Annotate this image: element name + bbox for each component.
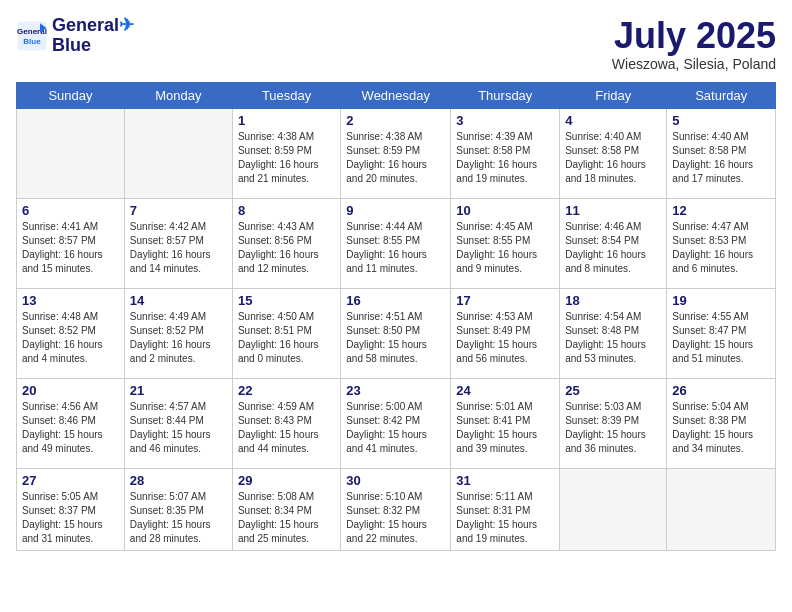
calendar-day-cell: 24Sunrise: 5:01 AM Sunset: 8:41 PM Dayli…	[451, 378, 560, 468]
day-info: Sunrise: 5:03 AM Sunset: 8:39 PM Dayligh…	[565, 400, 661, 456]
day-number: 23	[346, 383, 445, 398]
calendar-day-cell	[124, 108, 232, 198]
calendar-day-cell: 22Sunrise: 4:59 AM Sunset: 8:43 PM Dayli…	[232, 378, 340, 468]
day-info: Sunrise: 5:08 AM Sunset: 8:34 PM Dayligh…	[238, 490, 335, 546]
calendar-day-cell: 8Sunrise: 4:43 AM Sunset: 8:56 PM Daylig…	[232, 198, 340, 288]
day-number: 4	[565, 113, 661, 128]
day-info: Sunrise: 5:01 AM Sunset: 8:41 PM Dayligh…	[456, 400, 554, 456]
day-info: Sunrise: 4:43 AM Sunset: 8:56 PM Dayligh…	[238, 220, 335, 276]
calendar-day-cell: 31Sunrise: 5:11 AM Sunset: 8:31 PM Dayli…	[451, 468, 560, 550]
day-info: Sunrise: 4:47 AM Sunset: 8:53 PM Dayligh…	[672, 220, 770, 276]
calendar-day-cell: 23Sunrise: 5:00 AM Sunset: 8:42 PM Dayli…	[341, 378, 451, 468]
day-info: Sunrise: 5:05 AM Sunset: 8:37 PM Dayligh…	[22, 490, 119, 546]
day-info: Sunrise: 4:38 AM Sunset: 8:59 PM Dayligh…	[238, 130, 335, 186]
day-number: 10	[456, 203, 554, 218]
calendar-day-cell: 19Sunrise: 4:55 AM Sunset: 8:47 PM Dayli…	[667, 288, 776, 378]
calendar-day-cell	[667, 468, 776, 550]
day-info: Sunrise: 5:00 AM Sunset: 8:42 PM Dayligh…	[346, 400, 445, 456]
day-info: Sunrise: 5:04 AM Sunset: 8:38 PM Dayligh…	[672, 400, 770, 456]
calendar-day-cell: 14Sunrise: 4:49 AM Sunset: 8:52 PM Dayli…	[124, 288, 232, 378]
day-number: 18	[565, 293, 661, 308]
calendar-day-cell	[17, 108, 125, 198]
day-number: 12	[672, 203, 770, 218]
calendar-week-row: 20Sunrise: 4:56 AM Sunset: 8:46 PM Dayli…	[17, 378, 776, 468]
calendar-day-cell: 4Sunrise: 4:40 AM Sunset: 8:58 PM Daylig…	[560, 108, 667, 198]
day-number: 13	[22, 293, 119, 308]
page-header: General Blue General✈ Blue July 2025 Wie…	[16, 16, 776, 72]
calendar-day-cell: 1Sunrise: 4:38 AM Sunset: 8:59 PM Daylig…	[232, 108, 340, 198]
calendar-day-cell: 11Sunrise: 4:46 AM Sunset: 8:54 PM Dayli…	[560, 198, 667, 288]
calendar-day-cell: 6Sunrise: 4:41 AM Sunset: 8:57 PM Daylig…	[17, 198, 125, 288]
day-number: 5	[672, 113, 770, 128]
day-number: 11	[565, 203, 661, 218]
calendar-day-cell: 9Sunrise: 4:44 AM Sunset: 8:55 PM Daylig…	[341, 198, 451, 288]
calendar-day-cell: 29Sunrise: 5:08 AM Sunset: 8:34 PM Dayli…	[232, 468, 340, 550]
day-number: 16	[346, 293, 445, 308]
day-number: 7	[130, 203, 227, 218]
calendar-header-row: SundayMondayTuesdayWednesdayThursdayFrid…	[17, 82, 776, 108]
day-header-wednesday: Wednesday	[341, 82, 451, 108]
day-header-thursday: Thursday	[451, 82, 560, 108]
calendar-day-cell: 25Sunrise: 5:03 AM Sunset: 8:39 PM Dayli…	[560, 378, 667, 468]
day-number: 22	[238, 383, 335, 398]
day-number: 15	[238, 293, 335, 308]
day-info: Sunrise: 4:50 AM Sunset: 8:51 PM Dayligh…	[238, 310, 335, 366]
day-number: 31	[456, 473, 554, 488]
day-number: 6	[22, 203, 119, 218]
day-info: Sunrise: 4:48 AM Sunset: 8:52 PM Dayligh…	[22, 310, 119, 366]
title-block: July 2025 Wieszowa, Silesia, Poland	[612, 16, 776, 72]
day-number: 3	[456, 113, 554, 128]
day-info: Sunrise: 5:10 AM Sunset: 8:32 PM Dayligh…	[346, 490, 445, 546]
logo-icon: General Blue	[16, 20, 48, 52]
day-number: 1	[238, 113, 335, 128]
calendar-day-cell: 30Sunrise: 5:10 AM Sunset: 8:32 PM Dayli…	[341, 468, 451, 550]
calendar-day-cell: 18Sunrise: 4:54 AM Sunset: 8:48 PM Dayli…	[560, 288, 667, 378]
calendar-day-cell: 27Sunrise: 5:05 AM Sunset: 8:37 PM Dayli…	[17, 468, 125, 550]
day-number: 20	[22, 383, 119, 398]
calendar-day-cell: 15Sunrise: 4:50 AM Sunset: 8:51 PM Dayli…	[232, 288, 340, 378]
day-info: Sunrise: 4:38 AM Sunset: 8:59 PM Dayligh…	[346, 130, 445, 186]
day-header-sunday: Sunday	[17, 82, 125, 108]
calendar-day-cell: 28Sunrise: 5:07 AM Sunset: 8:35 PM Dayli…	[124, 468, 232, 550]
calendar-day-cell: 5Sunrise: 4:40 AM Sunset: 8:58 PM Daylig…	[667, 108, 776, 198]
day-info: Sunrise: 4:40 AM Sunset: 8:58 PM Dayligh…	[565, 130, 661, 186]
calendar-day-cell: 3Sunrise: 4:39 AM Sunset: 8:58 PM Daylig…	[451, 108, 560, 198]
day-info: Sunrise: 4:51 AM Sunset: 8:50 PM Dayligh…	[346, 310, 445, 366]
day-number: 29	[238, 473, 335, 488]
day-number: 26	[672, 383, 770, 398]
day-number: 28	[130, 473, 227, 488]
day-number: 9	[346, 203, 445, 218]
day-number: 8	[238, 203, 335, 218]
day-number: 14	[130, 293, 227, 308]
day-info: Sunrise: 4:42 AM Sunset: 8:57 PM Dayligh…	[130, 220, 227, 276]
calendar-day-cell: 7Sunrise: 4:42 AM Sunset: 8:57 PM Daylig…	[124, 198, 232, 288]
day-info: Sunrise: 4:40 AM Sunset: 8:58 PM Dayligh…	[672, 130, 770, 186]
day-info: Sunrise: 4:44 AM Sunset: 8:55 PM Dayligh…	[346, 220, 445, 276]
calendar-week-row: 1Sunrise: 4:38 AM Sunset: 8:59 PM Daylig…	[17, 108, 776, 198]
calendar-day-cell: 21Sunrise: 4:57 AM Sunset: 8:44 PM Dayli…	[124, 378, 232, 468]
calendar-day-cell: 26Sunrise: 5:04 AM Sunset: 8:38 PM Dayli…	[667, 378, 776, 468]
day-info: Sunrise: 4:39 AM Sunset: 8:58 PM Dayligh…	[456, 130, 554, 186]
calendar-day-cell: 12Sunrise: 4:47 AM Sunset: 8:53 PM Dayli…	[667, 198, 776, 288]
day-header-friday: Friday	[560, 82, 667, 108]
day-info: Sunrise: 4:53 AM Sunset: 8:49 PM Dayligh…	[456, 310, 554, 366]
calendar: SundayMondayTuesdayWednesdayThursdayFrid…	[16, 82, 776, 551]
location: Wieszowa, Silesia, Poland	[612, 56, 776, 72]
day-number: 30	[346, 473, 445, 488]
day-number: 25	[565, 383, 661, 398]
day-info: Sunrise: 4:57 AM Sunset: 8:44 PM Dayligh…	[130, 400, 227, 456]
day-info: Sunrise: 4:54 AM Sunset: 8:48 PM Dayligh…	[565, 310, 661, 366]
day-info: Sunrise: 4:49 AM Sunset: 8:52 PM Dayligh…	[130, 310, 227, 366]
calendar-day-cell: 17Sunrise: 4:53 AM Sunset: 8:49 PM Dayli…	[451, 288, 560, 378]
svg-text:Blue: Blue	[23, 37, 41, 46]
day-number: 2	[346, 113, 445, 128]
day-info: Sunrise: 4:59 AM Sunset: 8:43 PM Dayligh…	[238, 400, 335, 456]
logo-text: General✈ Blue	[52, 16, 134, 56]
day-info: Sunrise: 4:46 AM Sunset: 8:54 PM Dayligh…	[565, 220, 661, 276]
day-number: 19	[672, 293, 770, 308]
day-number: 24	[456, 383, 554, 398]
day-info: Sunrise: 4:45 AM Sunset: 8:55 PM Dayligh…	[456, 220, 554, 276]
calendar-day-cell: 2Sunrise: 4:38 AM Sunset: 8:59 PM Daylig…	[341, 108, 451, 198]
calendar-day-cell	[560, 468, 667, 550]
day-header-tuesday: Tuesday	[232, 82, 340, 108]
